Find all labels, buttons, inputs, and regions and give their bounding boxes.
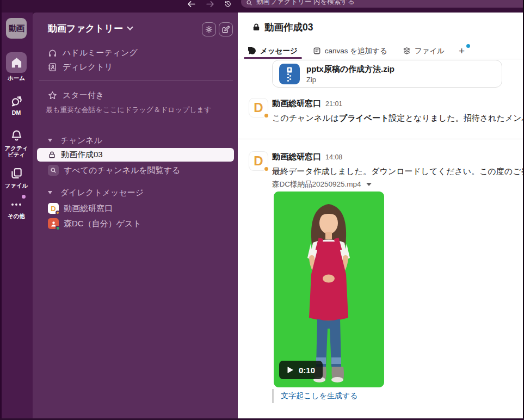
search-placeholder: 動画ファクトリー 内を検索する: [256, 0, 355, 7]
forward-icon[interactable]: [204, 0, 216, 9]
chat-bubble-icon: [248, 47, 256, 55]
sidebar-item-directory[interactable]: ディレクトリ: [41, 60, 233, 74]
tab-bar: メッセージ canvas を追加する ファイル +: [244, 43, 523, 59]
rail-item-home[interactable]: ホーム: [0, 52, 33, 81]
play-icon: [287, 366, 294, 374]
main-content: 動画作成03 メッセージ canvas を追加する ファイル +: [238, 13, 523, 418]
channel-title: 動画作成03: [264, 21, 313, 34]
workspace-name[interactable]: 動画ファクトリー: [48, 22, 123, 35]
sidebar-dm-sokken[interactable]: D 動画総研窓口: [41, 201, 233, 215]
message-text-bold: プライベート: [339, 113, 389, 122]
address-book-icon: [48, 63, 57, 72]
channel-name: 動画作成03: [61, 150, 103, 160]
tab-add-canvas[interactable]: canvas を追加する: [309, 43, 392, 59]
tab-files[interactable]: ファイル: [398, 43, 449, 59]
sidebar-actions: [202, 22, 233, 36]
rail-item-activity[interactable]: アクティビティ: [0, 128, 33, 158]
message-header: 動画総研窓口 14:08: [272, 152, 519, 163]
home-tile: [6, 52, 27, 73]
message-text: 最終データ作成しました。ダウンロードしてください。この度のご発: [272, 165, 523, 178]
rail-item-files[interactable]: ファイル: [0, 165, 33, 189]
greenscreen-video-frame: [274, 192, 384, 387]
section-dms[interactable]: ダイレクトメッセージ: [48, 187, 233, 199]
message-text-part: このチャンネルは: [272, 113, 339, 122]
avatar[interactable]: D: [249, 98, 268, 118]
rail-label-dm: DM: [12, 109, 21, 116]
video-play-button[interactable]: 0:10: [279, 361, 323, 379]
dm-name: 動画総研窓口: [64, 203, 113, 214]
avatar-badge: [263, 113, 269, 119]
message-group-divider: [238, 139, 523, 139]
video-thumbnail[interactable]: 0:10: [274, 192, 384, 387]
sidebar-item-label: ハドルミーティング: [63, 48, 138, 58]
timestamp[interactable]: 14:08: [325, 153, 342, 161]
settings-button[interactable]: [202, 22, 216, 36]
avatar[interactable]: D: [249, 151, 268, 171]
slack-window: 動画ファクトリー 内を検索する 動画 ホーム DM アクティビティ: [0, 0, 524, 420]
lock-icon: [252, 23, 261, 32]
tab-messages[interactable]: メッセージ: [244, 43, 302, 59]
dm-tile: [6, 94, 27, 108]
sidebar-item-label: すべてのチャンネルを閲覧する: [64, 165, 180, 176]
video-duration: 0:10: [299, 366, 315, 375]
file-attachment-card[interactable]: pptx原稿の作成方法.zip Zip: [272, 60, 502, 88]
video-filename-row[interactable]: 森DC様納品20250925.mp4: [272, 179, 372, 190]
chevron-down-icon: [127, 24, 133, 30]
workspace-initial: 動画: [9, 23, 24, 34]
message-text-part: 設定となりました。招待されたメンバ: [389, 113, 523, 122]
avatar: [48, 218, 59, 229]
home-icon: [10, 57, 23, 69]
rail-item-more[interactable]: その他: [0, 198, 33, 219]
compose-button[interactable]: [219, 22, 233, 36]
compose-icon: [222, 26, 230, 33]
section-label: ダイレクトメッセージ: [60, 188, 144, 198]
left-rail: 動画 ホーム DM アクティビティ ファイル: [0, 13, 33, 420]
sidebar-item-browse-channels[interactable]: すべてのチャンネルを閲覧する: [41, 163, 233, 177]
headphones-icon: [48, 48, 57, 58]
sidebar-channel-selected[interactable]: 動画作成03: [37, 148, 234, 162]
channel-header[interactable]: 動画作成03: [252, 20, 313, 35]
history-icon[interactable]: [221, 0, 233, 9]
avatar-letter: D: [254, 101, 263, 114]
back-icon[interactable]: [185, 0, 197, 9]
dm-icon: [10, 95, 23, 107]
workspace-switcher-button[interactable]: 動画: [6, 18, 27, 39]
rail-label-files: ファイル: [5, 182, 28, 189]
tab-label: メッセージ: [260, 46, 298, 56]
files-tile: [6, 165, 27, 181]
sender-name[interactable]: 動画総研窓口: [272, 152, 321, 162]
message-header: 動画総研窓口 21:01: [272, 98, 519, 109]
rail-label-more: その他: [8, 213, 25, 219]
sidebar-item-starred[interactable]: スター付き: [41, 88, 233, 102]
canvas-icon: [313, 47, 321, 55]
layers-icon: [403, 47, 411, 55]
generate-transcript-link[interactable]: 文字起こしを生成する: [281, 391, 358, 401]
avatar-letter: D: [51, 205, 56, 212]
gear-icon: [205, 26, 213, 33]
lock-icon: [48, 151, 56, 159]
plus-icon: +: [459, 45, 465, 57]
tab-label: ファイル: [415, 46, 445, 56]
tab-notification-dot: [466, 44, 470, 48]
online-status-icon: [56, 226, 60, 231]
sidebar-item-label: ディレクトリ: [63, 62, 113, 72]
file-type: Zip: [306, 76, 394, 84]
starred-hint-text: 最も重要な会話をここにドラッグ＆ドロップします: [46, 105, 232, 115]
sender-name[interactable]: 動画総研窓口: [272, 98, 321, 109]
video-filename: 森DC様納品20250925.mp4: [272, 180, 361, 189]
avatar-badge: [263, 166, 269, 172]
sidebar-dm-self[interactable]: 森DC（自分）ゲスト: [41, 217, 233, 231]
star-icon: [48, 91, 57, 100]
top-bar: 動画ファクトリー 内を検索する: [0, 0, 524, 13]
timestamp[interactable]: 21:01: [325, 100, 342, 108]
sidebar-item-huddles[interactable]: ハドルミーティング: [41, 46, 233, 60]
rail-item-dm[interactable]: DM: [0, 94, 33, 116]
chevron-down-icon: [48, 139, 52, 142]
sidebar: 動画ファクトリー ハドルミーティング ディレクトリ スター付き 最も重要な会話を…: [33, 13, 238, 418]
section-channels[interactable]: チャンネル: [48, 134, 233, 146]
tab-add-button[interactable]: +: [455, 45, 468, 57]
sidebar-divider: [39, 81, 233, 81]
chevron-down-icon: [366, 183, 372, 186]
search-input[interactable]: 動画ファクトリー 内を検索する: [241, 0, 524, 8]
tab-bar-border: [238, 59, 523, 59]
